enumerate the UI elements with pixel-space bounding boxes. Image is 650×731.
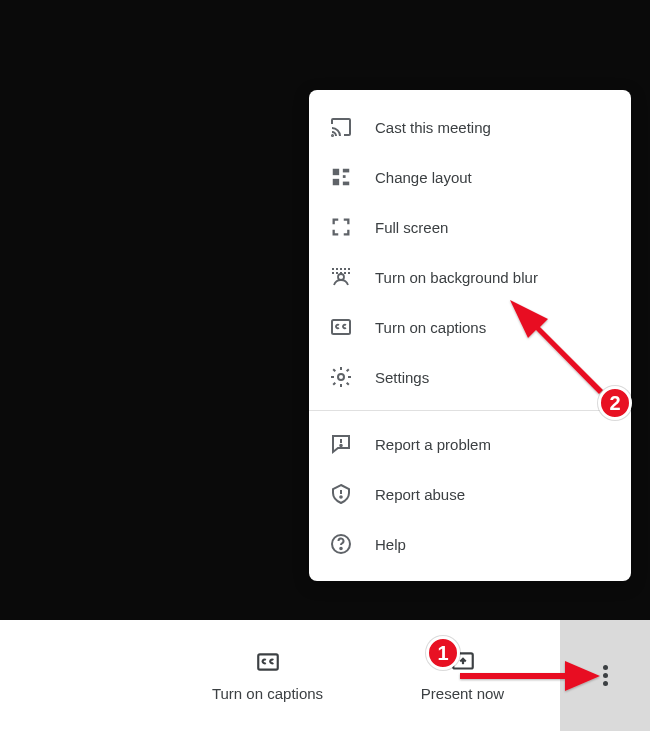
svg-point-8 <box>338 374 344 380</box>
svg-rect-3 <box>343 175 346 178</box>
background-blur-icon <box>329 265 353 289</box>
menu-item-label: Turn on captions <box>375 319 486 336</box>
menu-item-label: Turn on background blur <box>375 269 538 286</box>
menu-item-label: Change layout <box>375 169 472 186</box>
feedback-icon <box>329 432 353 456</box>
menu-item-layout[interactable]: Change layout <box>309 152 631 202</box>
menu-item-label: Report a problem <box>375 436 491 453</box>
svg-rect-2 <box>343 169 349 173</box>
cast-icon <box>329 115 353 139</box>
svg-rect-1 <box>333 169 339 175</box>
menu-item-label: Report abuse <box>375 486 465 503</box>
menu-item-cast[interactable]: Cast this meeting <box>309 102 631 152</box>
svg-rect-15 <box>258 654 278 669</box>
svg-point-10 <box>340 445 342 447</box>
svg-rect-7 <box>332 320 350 334</box>
menu-item-label: Cast this meeting <box>375 119 491 136</box>
present-button-label: Present now <box>421 685 504 702</box>
annotation-step-2: 2 <box>598 386 632 420</box>
fullscreen-icon <box>329 215 353 239</box>
menu-item-label: Settings <box>375 369 429 386</box>
svg-rect-5 <box>343 182 349 186</box>
present-button[interactable]: Present now <box>365 620 560 731</box>
captions-button[interactable]: Turn on captions <box>170 620 365 731</box>
menu-item-label: Full screen <box>375 219 448 236</box>
svg-point-0 <box>332 135 333 136</box>
captions-button-label: Turn on captions <box>212 685 323 702</box>
more-options-button[interactable] <box>560 620 650 731</box>
menu-item-fullscreen[interactable]: Full screen <box>309 202 631 252</box>
menu-item-label: Help <box>375 536 406 553</box>
menu-item-background-blur[interactable]: Turn on background blur <box>309 252 631 302</box>
layout-icon <box>329 165 353 189</box>
captions-icon <box>255 649 281 675</box>
annotation-step-2-label: 2 <box>609 392 620 415</box>
more-vert-icon <box>603 662 607 689</box>
report-abuse-icon <box>329 482 353 506</box>
menu-divider <box>309 410 631 411</box>
menu-item-report-abuse[interactable]: Report abuse <box>309 469 631 519</box>
annotation-step-1-label: 1 <box>437 642 448 665</box>
menu-item-settings[interactable]: Settings <box>309 352 631 402</box>
bottom-bar: Turn on captions Present now <box>0 620 650 731</box>
svg-point-14 <box>340 548 342 550</box>
captions-icon <box>329 315 353 339</box>
help-icon <box>329 532 353 556</box>
svg-rect-4 <box>333 179 339 185</box>
gear-icon <box>329 365 353 389</box>
menu-item-report-problem[interactable]: Report a problem <box>309 419 631 469</box>
menu-item-help[interactable]: Help <box>309 519 631 569</box>
more-options-menu: Cast this meeting Change layout Full scr… <box>309 90 631 581</box>
annotation-step-1: 1 <box>426 636 460 670</box>
bottom-bar-spacer <box>0 620 170 731</box>
svg-point-12 <box>340 496 342 498</box>
menu-item-captions[interactable]: Turn on captions <box>309 302 631 352</box>
